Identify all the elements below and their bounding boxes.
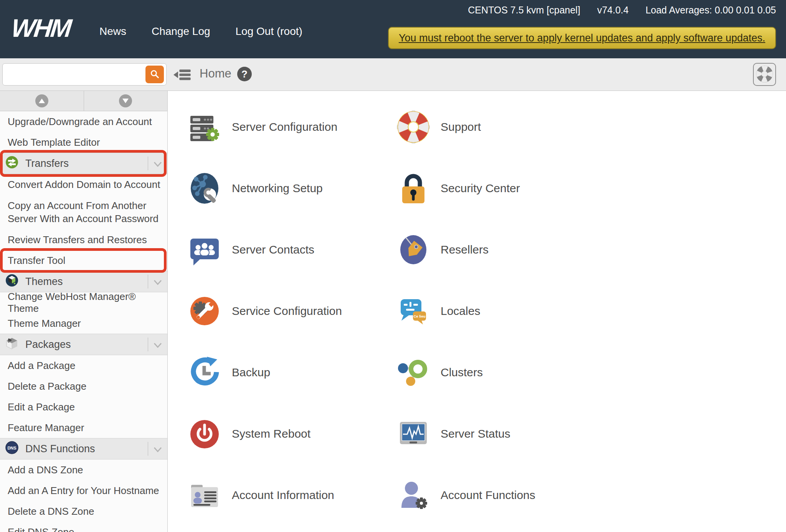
chevron-down-icon[interactable] [154,339,162,351]
tile-support[interactable]: Support [397,96,481,158]
sidebar-section-themes[interactable]: Themes [0,271,167,292]
breadcrumb[interactable]: Home [200,67,231,81]
tile-networking-setup[interactable]: Networking Setup [188,158,323,219]
sidebar-item-label: Review Transfers and Restores [8,234,147,246]
sidebar-item-change-whm-theme[interactable]: Change WebHost Manager® Theme [0,292,167,313]
collapse-sidebar-icon[interactable] [173,68,192,84]
tile-label: Account Functions [441,489,535,502]
sidebar-section-dns-functions[interactable]: DNS DNS Functions [0,438,167,460]
sidebar-section-label: Themes [25,276,148,288]
sidebar-item-add-a-entry-hostname[interactable]: Add an A Entry for Your Hostname [0,480,167,501]
sidebar-item-upgrade-downgrade-account[interactable]: Upgrade/Downgrade an Account [0,111,167,132]
whm-logo[interactable]: WHM [10,15,76,41]
sidebar-item-theme-manager[interactable]: Theme Manager [0,313,167,334]
tile-label: Support [441,120,481,133]
tile-account-functions[interactable]: Account Functions [397,464,535,526]
tile-account-information[interactable]: Account Information [188,464,334,526]
dns-icon: DNS [5,441,18,457]
tile-row: Networking Setup Security Center [168,158,786,219]
search-icon [150,69,160,80]
arrow-up-icon [35,94,48,107]
chevron-down-icon[interactable] [154,276,162,288]
sidebar-item-label: Add a DNS Zone [8,464,83,476]
sidebar-scroll-controls [0,91,167,111]
server-contacts-icon [188,233,221,266]
tile-label: Networking Setup [232,182,323,195]
sidebar-item-copy-account[interactable]: Copy an Account From Another Server With… [0,195,167,229]
sidebar-item-add-dns-zone[interactable]: Add a DNS Zone [0,460,167,480]
section-divider [148,338,148,351]
tile-label: Locales [441,305,480,318]
sidebar-item-label: Transfer Tool [8,255,65,267]
sidebar-item-transfer-tool[interactable]: Transfer Tool [0,250,167,271]
tile-label: Server Status [441,427,510,440]
chevron-down-icon[interactable] [154,443,162,455]
sidebar-section-label: Packages [25,339,148,351]
sidebar-section-label: DNS Functions [25,443,148,455]
sidebar-item-edit-package[interactable]: Edit a Package [0,397,167,417]
tile-clusters[interactable]: Clusters [397,342,483,403]
nav-change-log[interactable]: Change Log [152,25,210,38]
sidebar-item-delete-package[interactable]: Delete a Package [0,376,167,397]
sidebar-item-label: Delete a DNS Zone [8,506,94,517]
locales-icon: Ce lieu [397,295,430,328]
sidebar-item-label: Copy an Account From Another Server With… [8,199,160,226]
server-status-icon [397,417,430,450]
load-averages: Load Averages: 0.00 0.01 0.05 [646,5,776,16]
tile-label: Clusters [441,366,483,379]
sidebar-item-web-template-editor[interactable]: Web Template Editor [0,132,167,153]
reboot-alert-text: You must reboot the server to apply kern… [399,32,765,44]
tile-locales[interactable]: Ce lieu Locales [397,280,480,342]
nav-log-out[interactable]: Log Out (root) [236,25,302,38]
sidebar-section-packages[interactable]: Packages [0,334,167,355]
resellers-icon [397,233,430,266]
support-corner-button[interactable] [753,63,776,86]
sidebar-item-label: Edit a Package [8,401,75,413]
chevron-down-icon[interactable] [154,158,162,170]
sidebar-item-delete-dns-zone[interactable]: Delete a DNS Zone [0,501,167,522]
svg-text:Ce lieu: Ce lieu [413,314,425,318]
search-button[interactable] [145,66,164,83]
tile-service-configuration[interactable]: Service Configuration [188,280,342,342]
transfers-icon [5,156,18,171]
sidebar-section-transfers[interactable]: Transfers [0,153,167,174]
tile-label: Account Information [232,489,334,502]
sidebar: Upgrade/Downgrade an Account Web Templat… [0,91,168,532]
tile-server-status[interactable]: Server Status [397,403,510,464]
sidebar-item-label: Edit DNS Zone [8,526,74,532]
sidebar-item-review-transfers-restores[interactable]: Review Transfers and Restores [0,229,167,250]
tile-row: System Reboot Server Status [168,403,786,464]
tile-label: Backup [232,366,270,379]
tile-resellers[interactable]: Resellers [397,219,489,280]
security-center-icon [397,172,430,205]
whm-home-page: WHM News Change Log Log Out (root) CENTO… [0,0,786,532]
sidebar-item-add-package[interactable]: Add a Package [0,355,167,376]
help-symbol: ? [241,68,248,80]
tile-security-center[interactable]: Security Center [397,158,520,219]
main-content: Server Configuration Support [168,91,786,532]
tile-backup[interactable]: Backup [188,342,270,403]
scroll-down-button[interactable] [84,91,168,111]
tile-row: Server Contacts Resellers [168,219,786,280]
search-input[interactable] [3,69,145,81]
sidebar-item-convert-addon-domain[interactable]: Convert Addon Domain to Account [0,174,167,195]
top-nav: News Change Log Log Out (root) [99,18,302,38]
reboot-alert-banner[interactable]: You must reboot the server to apply kern… [388,27,776,49]
tile-label: Service Configuration [232,305,342,318]
os-info: CENTOS 7.5 kvm [cpanel] [468,5,580,16]
arrow-down-icon [119,94,132,107]
tile-label: Server Configuration [232,120,337,133]
help-icon[interactable]: ? [237,67,252,81]
sidebar-item-feature-manager[interactable]: Feature Manager [0,417,167,438]
sidebar-item-edit-dns-zone[interactable]: Edit DNS Zone [0,522,167,532]
tile-server-configuration[interactable]: Server Configuration [188,96,337,158]
scroll-up-button[interactable] [0,91,84,111]
tile-label: Resellers [441,243,489,256]
service-configuration-icon [188,295,221,328]
tile-server-contacts[interactable]: Server Contacts [188,219,314,280]
clusters-icon [397,356,430,389]
networking-setup-icon [188,172,221,205]
tile-system-reboot[interactable]: System Reboot [188,403,310,464]
sidebar-item-label: Theme Manager [8,318,81,329]
nav-news[interactable]: News [99,25,126,38]
